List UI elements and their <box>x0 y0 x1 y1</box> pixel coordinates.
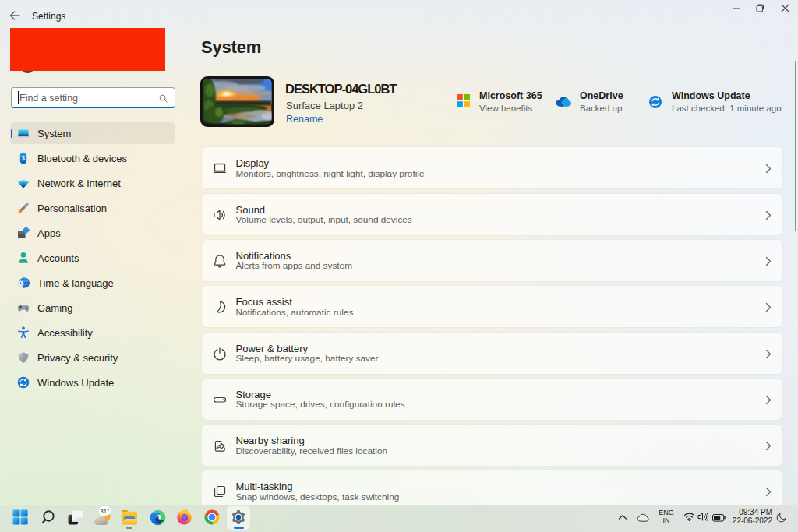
svg-text:31°: 31° <box>100 508 109 515</box>
